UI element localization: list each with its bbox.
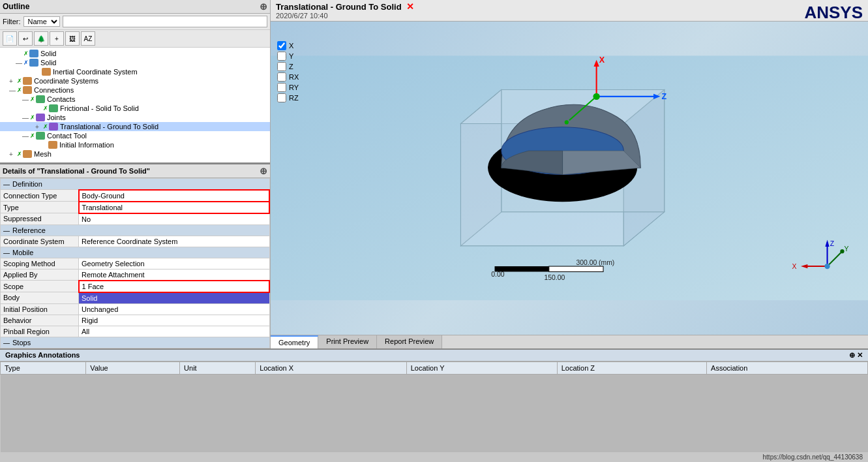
- tree-item[interactable]: +✗Coordinate Systems: [0, 76, 270, 85]
- detail-value[interactable]: All: [79, 326, 270, 337]
- axis-label-ry: RY: [289, 84, 299, 91]
- tree-item[interactable]: ✗Frictional - Solid To Solid: [0, 104, 270, 113]
- axis-panel: XYZRXRYRZ: [277, 41, 299, 102]
- details-row: SuppressedNo: [1, 213, 270, 225]
- tree-item[interactable]: —✗Solid: [0, 58, 270, 67]
- detail-value[interactable]: 1 Face: [79, 281, 270, 292]
- view-tab-print-preview[interactable]: Print Preview: [318, 335, 377, 348]
- axis-checkbox-rx[interactable]: [277, 72, 286, 82]
- view-tab-geometry[interactable]: Geometry: [271, 335, 318, 348]
- axis-rx: RX: [277, 72, 299, 82]
- tree-item[interactable]: Inertial Coordinate System: [0, 67, 270, 76]
- image-btn[interactable]: 🖼: [65, 31, 80, 46]
- section-header-mobile[interactable]: —Mobile: [1, 247, 270, 258]
- axis-checkbox-ry[interactable]: [277, 83, 286, 92]
- section-header-reference[interactable]: —Reference: [1, 224, 270, 236]
- detail-value[interactable]: Body-Ground: [79, 190, 270, 202]
- detail-value[interactable]: Unchanged: [79, 303, 270, 315]
- details-row: Coordinate SystemReference Coordinate Sy…: [1, 236, 270, 247]
- details-row: TypeTranslational: [1, 202, 270, 213]
- outline-pin[interactable]: ⊕: [260, 1, 267, 12]
- detail-key: Connection Type: [1, 190, 79, 202]
- axis-label-rz: RZ: [289, 94, 299, 102]
- view-tab-report-preview[interactable]: Report Preview: [377, 335, 442, 348]
- view-tabs: GeometryPrint PreviewReport Preview: [271, 335, 868, 348]
- axis-checkbox-y[interactable]: [277, 52, 286, 61]
- svg-text:300.00 (mm): 300.00 (mm): [576, 259, 614, 266]
- axis-checkbox-rz[interactable]: [277, 93, 286, 102]
- svg-text:X: X: [792, 263, 796, 270]
- detail-value[interactable]: Reference Coordinate System: [79, 236, 270, 247]
- tree-item[interactable]: —✗Contacts: [0, 95, 270, 104]
- detail-key: Behavior: [1, 315, 79, 326]
- axis-checkbox-x[interactable]: [277, 41, 286, 50]
- details-header: Details of "Translational - Ground To So…: [0, 164, 270, 178]
- svg-text:0.00: 0.00: [491, 271, 504, 278]
- footer-url: https://blog.csdn.net/qq_44130638: [0, 452, 868, 462]
- close-btn[interactable]: ✕: [406, 1, 414, 12]
- svg-text:X: X: [599, 55, 605, 65]
- tree-item[interactable]: —✗Contact Tool: [0, 131, 270, 140]
- svg-rect-29: [549, 266, 603, 271]
- axis-rz: RZ: [277, 93, 299, 102]
- details-title: Details of "Translational - Ground To So…: [3, 167, 150, 175]
- ga-col-unit: Unit: [180, 362, 256, 374]
- outline-header: Outline ⊕: [0, 0, 270, 14]
- detail-value[interactable]: No: [79, 213, 270, 225]
- filter-input[interactable]: [63, 16, 268, 27]
- details-row: Initial PositionUnchanged: [1, 303, 270, 315]
- annotations-table: TypeValueUnitLocation XLocation YLocatio…: [0, 362, 868, 453]
- outline-toolbar: 📄 ↩ 🌲 + 🖼 AZ: [0, 30, 270, 48]
- detail-key: Scoping Method: [1, 258, 79, 269]
- axis-label-y: Y: [289, 52, 293, 60]
- svg-text:Z: Z: [662, 92, 667, 101]
- tree-item[interactable]: —✗Connections: [0, 85, 270, 95]
- graphics-table: TypeValueUnitLocation XLocation YLocatio…: [0, 362, 868, 453]
- graphics-pin[interactable]: ⊕ ✕: [849, 351, 863, 360]
- ga-col-location-z: Location Z: [557, 362, 706, 374]
- details-row: Applied ByRemote Attachment: [1, 269, 270, 281]
- back-btn[interactable]: ↩: [18, 31, 33, 46]
- filter-label: Filter:: [3, 18, 21, 25]
- detail-value[interactable]: Solid: [79, 292, 270, 304]
- tree-item[interactable]: ✗Solid: [0, 49, 270, 58]
- svg-point-17: [565, 120, 569, 124]
- section-header-stops[interactable]: —Stops: [1, 337, 270, 348]
- detail-value[interactable]: Remote Attachment: [79, 269, 270, 281]
- details-row: Pinball RegionAll: [1, 326, 270, 337]
- plus-btn[interactable]: +: [50, 31, 64, 46]
- details-pin[interactable]: ⊕: [260, 166, 267, 176]
- detail-value[interactable]: Rigid: [79, 315, 270, 326]
- axis-y: Y: [277, 52, 299, 61]
- tree-item[interactable]: Initial Information: [0, 140, 270, 149]
- detail-key: Suppressed: [1, 213, 79, 225]
- filter-select[interactable]: Name: [23, 16, 60, 27]
- scene-svg: X Z X Z Y: [271, 22, 868, 335]
- ga-col-value: Value: [86, 362, 180, 374]
- detail-value[interactable]: Translational: [79, 202, 270, 213]
- svg-text:150.00: 150.00: [544, 274, 565, 281]
- ansys-brand: ANSYS: [804, 3, 863, 23]
- new-btn[interactable]: 📄: [3, 31, 17, 46]
- details-row: Connection TypeBody-Ground: [1, 190, 270, 202]
- outline-title: Outline: [3, 2, 29, 11]
- detail-key: Initial Position: [1, 303, 79, 315]
- graphics-annotations-header: Graphics Annotations ⊕ ✕: [0, 350, 868, 362]
- section-header-definition[interactable]: —Definition: [1, 178, 270, 190]
- details-row: Scoping MethodGeometry Selection: [1, 258, 270, 269]
- view-title: Translational - Ground To Solid: [276, 2, 402, 12]
- detail-value[interactable]: Geometry Selection: [79, 258, 270, 269]
- axis-label-x: X: [289, 42, 293, 50]
- details-row: BodySolid: [1, 292, 270, 304]
- ga-col-type: Type: [1, 362, 86, 374]
- sort-btn[interactable]: AZ: [81, 31, 95, 46]
- detail-key: Pinball Region: [1, 326, 79, 337]
- tree-item[interactable]: —✗Joints: [0, 113, 270, 122]
- axis-checkbox-z[interactable]: [277, 62, 286, 71]
- tree-item[interactable]: +✗Translational - Ground To Solid: [0, 122, 270, 131]
- svg-text:Y: Y: [845, 245, 849, 253]
- tree-btn[interactable]: 🌲: [34, 31, 48, 46]
- view-timestamp: 2020/6/27 10:40: [276, 12, 414, 20]
- tree-item[interactable]: +✗Mesh: [0, 149, 270, 159]
- view-title-block: Translational - Ground To Solid ✕ 2020/6…: [276, 1, 414, 20]
